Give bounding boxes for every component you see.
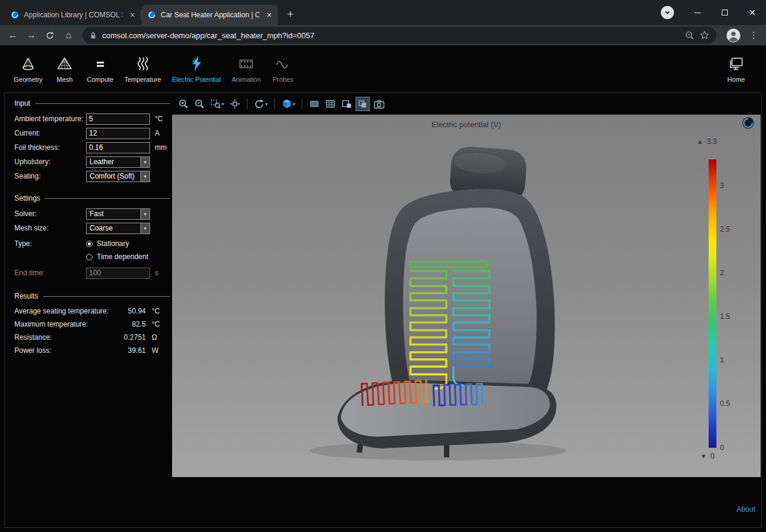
dropdown-caret-icon: ▾ <box>293 102 295 107</box>
snapshot-button[interactable] <box>372 97 386 110</box>
field-label: Foil thickness: <box>14 143 86 152</box>
dropdown-arrow-icon: ▼ <box>140 157 149 167</box>
profile-avatar[interactable] <box>726 28 741 43</box>
ribbon-item-home[interactable]: Home <box>719 56 753 83</box>
ribbon-item-label: Mesh <box>57 76 73 83</box>
mesh-size-dropdown[interactable]: Coarse ▼ <box>86 223 150 234</box>
car-seat-3d-model[interactable] <box>172 115 761 477</box>
back-button[interactable]: ← <box>5 27 21 44</box>
browser-menu-icon[interactable]: ⋮ <box>747 27 761 44</box>
dropdown-arrow-icon: ▼ <box>140 171 149 182</box>
about-link[interactable]: About <box>737 505 755 513</box>
result-row-power-loss: Power loss: 39.61 W <box>14 344 172 357</box>
foil-thickness-input[interactable] <box>86 142 150 153</box>
home-button[interactable]: ⌂ <box>60 27 76 44</box>
field-label: Mesh size: <box>14 224 86 232</box>
field-mesh-size: Mesh size: Coarse ▼ <box>14 221 172 235</box>
grid-button[interactable] <box>324 97 337 110</box>
minimize-button[interactable] <box>684 0 711 25</box>
chevron-down-icon <box>664 9 671 16</box>
new-tab-button[interactable]: + <box>283 7 298 22</box>
dropdown-caret-icon: ▾ <box>265 102 268 107</box>
zoom-extents-button[interactable] <box>228 97 241 110</box>
radio-time-dependent[interactable]: Time dependent <box>86 253 148 261</box>
comsol-favicon <box>11 11 19 19</box>
plot-canvas[interactable]: Electric potential (V) <box>172 115 761 477</box>
upholstery-dropdown[interactable]: Leather ▼ <box>86 156 150 168</box>
field-unit: mm <box>155 143 167 152</box>
bookmark-star-icon[interactable] <box>700 30 709 40</box>
legend-tick: 2 <box>720 269 724 277</box>
ribbon-item-label: Compute <box>87 76 114 83</box>
color-legend-bar <box>709 159 716 448</box>
legend-tick: 0.5 <box>720 399 730 408</box>
field-label: Seating: <box>14 172 86 180</box>
field-solver: Solver: Fast ▼ <box>14 207 172 221</box>
comsol-favicon <box>148 11 156 19</box>
legend-max-value: 3.3 <box>707 137 717 146</box>
ribbon-item-mesh[interactable]: Mesh <box>48 56 81 83</box>
dropdown-value: Comfort (Soft) <box>87 171 140 182</box>
seating-dropdown[interactable]: Comfort (Soft) ▼ <box>86 171 150 182</box>
ambient-temperature-input[interactable] <box>86 113 150 125</box>
result-label: Average seating temperature: <box>14 307 109 315</box>
default-3d-view-button[interactable]: ▾ <box>280 97 296 110</box>
result-label: Power loss: <box>14 346 51 355</box>
legend-tick: 0 <box>720 444 724 452</box>
ribbon-item-electric-potential[interactable]: Electric Potential <box>167 56 226 83</box>
section-rule <box>43 296 170 297</box>
current-input[interactable] <box>86 128 150 139</box>
maximize-button[interactable] <box>711 0 739 25</box>
rotate-view-button[interactable]: ▾ <box>253 97 269 110</box>
result-label: Resistance: <box>14 333 52 342</box>
zoom-indicator-icon[interactable] <box>685 30 694 40</box>
url-text: comsol.com/server-demo/app/car_seat_heat… <box>102 31 679 40</box>
ribbon-item-compute[interactable]: Compute <box>81 56 119 83</box>
toolbar-separator <box>302 99 302 109</box>
field-end-time: End time: s <box>14 266 172 280</box>
tab-close-icon[interactable]: × <box>264 10 274 20</box>
field-ambient-temperature: Ambient temperature: °C <box>14 112 172 126</box>
dropdown-arrow-icon: ▼ <box>140 223 149 233</box>
zoom-out-button[interactable] <box>193 97 206 110</box>
ribbon-item-label: Probes <box>272 76 293 83</box>
reload-button[interactable] <box>42 27 58 44</box>
results-section-header: Results <box>14 292 172 300</box>
forward-button[interactable]: → <box>23 27 39 44</box>
legend-min-value: 0 <box>710 452 715 460</box>
solver-dropdown[interactable]: Fast ▼ <box>86 208 150 220</box>
zoom-in-button[interactable] <box>177 97 190 110</box>
result-value: 39.61 <box>128 346 146 355</box>
mesh-icon <box>56 56 73 72</box>
field-seating: Seating: Comfort (Soft) ▼ <box>14 169 172 183</box>
legend-max-marker: ▲ 3.3 <box>697 137 717 146</box>
tab-application-library[interactable]: Application Library | COMSOL Se × <box>5 5 141 25</box>
ribbon-item-probes[interactable]: Probes <box>266 56 300 83</box>
section-title: Settings <box>14 194 40 202</box>
geometry-icon <box>20 56 36 72</box>
ribbon-item-geometry[interactable]: Geometry <box>8 56 48 83</box>
result-unit: °C <box>152 320 165 328</box>
zoom-box-button[interactable]: ▾ <box>209 97 225 110</box>
tab-close-icon[interactable]: × <box>127 10 137 20</box>
result-row-average-temperature: Average seating temperature: 50.94 °C <box>14 305 172 318</box>
tab-car-seat-heater[interactable]: Car Seat Heater Application | CO × <box>142 5 278 25</box>
end-time-input <box>86 267 150 279</box>
home-monitor-icon <box>728 56 744 72</box>
omnibox[interactable]: comsol.com/server-demo/app/car_seat_heat… <box>82 27 716 44</box>
media-controls-button[interactable] <box>661 6 674 19</box>
type-radio-group: Stationary Time dependent <box>86 237 148 262</box>
radio-label: Stationary <box>97 239 129 248</box>
radio-stationary[interactable]: Stationary <box>86 239 148 248</box>
close-button[interactable]: ✕ <box>739 0 766 25</box>
dropdown-value: Coarse <box>87 223 140 233</box>
field-label: Type: <box>14 237 86 248</box>
ribbon-item-animation[interactable]: Animation <box>226 56 266 83</box>
split-screen-button[interactable] <box>340 97 353 110</box>
scene-settings-button[interactable] <box>308 97 321 110</box>
film-strip-icon <box>238 56 255 72</box>
toolbar-separator <box>274 99 275 109</box>
ribbon-item-temperature[interactable]: Temperature <box>119 56 167 83</box>
dropdown-value: Leather <box>87 157 140 167</box>
transparency-button[interactable] <box>356 97 369 110</box>
